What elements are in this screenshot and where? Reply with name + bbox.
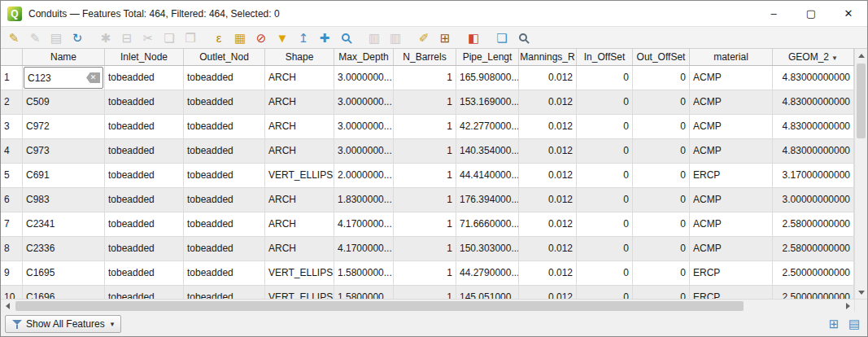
cell-Mannings_R[interactable]: 0.012 [519,261,577,286]
row-number[interactable]: 7 [1,212,23,237]
cell-Mannings_R[interactable]: 0.012 [519,212,577,237]
conditional-formatting-button[interactable]: ◧ [464,28,483,47]
cell-Shape[interactable]: VERT_ELLIPSE [265,261,334,286]
cell-Inlet_Node[interactable]: tobeadded [105,90,184,115]
cell-Name[interactable]: C691 [23,164,105,188]
cell-Pipe_Lengt[interactable]: 42.2770000... [456,115,519,139]
horizontal-scroll-track[interactable] [14,300,841,313]
save-edits-button[interactable]: ▤ [46,28,66,47]
cell-N_Barrels[interactable]: 1 [394,90,456,115]
cell-Mannings_R[interactable]: 0.012 [519,164,577,188]
cell-N_Barrels[interactable]: 1 [394,286,456,299]
cell-Max_Depth[interactable]: 4.1700000... [334,212,394,237]
cell-Out_OffSet[interactable]: 0 [633,164,690,188]
cell-Outlet_Nod[interactable]: tobeadded [184,188,265,212]
cell-GEOM_2[interactable]: 4.83000000000 [773,139,854,164]
cell-Outlet_Nod[interactable]: tobeadded [184,164,265,188]
cell-Out_OffSet[interactable]: 0 [633,212,690,237]
column-header-Pipe_Lengt[interactable]: Pipe_Lengt [456,49,519,65]
cell-material[interactable]: ACMP [690,139,773,164]
cell-Mannings_R[interactable]: 0.012 [519,66,577,90]
column-header-Max_Depth[interactable]: Max_Depth [334,49,394,65]
cell-N_Barrels[interactable]: 1 [394,66,456,90]
cell-Outlet_Nod[interactable]: tobeadded [184,261,265,286]
select-by-expression-button[interactable]: ε [209,28,229,47]
cell-Shape[interactable]: ARCH [265,188,334,212]
scroll-down-icon[interactable] [855,286,867,299]
vertical-scroll-track[interactable] [855,62,867,286]
cell-Shape[interactable]: ARCH [265,90,334,115]
cell-Inlet_Node[interactable]: tobeadded [105,237,184,261]
cell-Name[interactable]: C2341 [23,212,105,237]
cell-N_Barrels[interactable]: 1 [394,164,456,188]
column-header-Inlet_Node[interactable]: Inlet_Node [105,49,184,65]
cell-Max_Depth[interactable]: 1.5800000... [334,261,394,286]
cell-In_OffSet[interactable]: 0 [577,139,633,164]
row-number[interactable]: 5 [1,164,23,188]
cell-Inlet_Node[interactable]: tobeadded [105,115,184,139]
row-number[interactable]: 10 [1,286,23,299]
zoom-to-selection-button[interactable] [336,28,355,47]
cell-Mannings_R[interactable]: 0.012 [519,139,577,164]
cell-GEOM_2[interactable]: 4.83000000000 [773,90,854,115]
move-selection-top-button[interactable]: ↥ [294,28,313,47]
cell-Inlet_Node[interactable]: tobeadded [105,286,184,299]
column-header-Outlet_Nod[interactable]: Outlet_Nod [184,49,265,65]
cell-material[interactable]: ERCP [690,164,773,188]
horizontal-scrollbar[interactable] [1,299,867,312]
row-number[interactable]: 3 [1,115,23,139]
row-number[interactable]: 9 [1,261,23,286]
add-feature-button[interactable]: ✱ [96,28,116,47]
multi-edit-button[interactable]: ✎ [25,28,45,47]
cell-Shape[interactable]: ARCH [265,66,334,90]
delete-field-button[interactable]: ▥ [386,28,405,47]
cell-N_Barrels[interactable]: 1 [394,139,456,164]
cell-Pipe_Lengt[interactable]: 140.354000... [456,139,519,164]
cell-material[interactable]: ACMP [690,66,773,90]
cell-Name[interactable]: C123✕ [23,66,105,90]
search-button[interactable] [513,28,533,47]
toggle-editing-button[interactable]: ✎ [4,28,24,47]
deselect-all-button[interactable]: ⊘ [251,28,271,47]
column-header-Mannings_R[interactable]: Mannings_R [519,49,577,65]
cell-Outlet_Nod[interactable]: tobeadded [184,90,265,115]
cell-Out_OffSet[interactable]: 0 [633,188,690,212]
cell-Name[interactable]: C509 [23,90,105,115]
cell-material[interactable]: ACMP [690,90,773,115]
cell-Inlet_Node[interactable]: tobeadded [105,212,184,237]
cell-GEOM_2[interactable]: 2.50000000000 [773,286,854,299]
cell-Out_OffSet[interactable]: 0 [633,261,690,286]
scroll-left-icon[interactable] [1,300,14,313]
cell-Shape[interactable]: ARCH [265,139,334,164]
column-header-Out_OffSet[interactable]: Out_OffSet [633,49,690,65]
cell-material[interactable]: ACMP [690,237,773,261]
filter-form-button[interactable]: ▼ [273,28,292,47]
row-number[interactable]: 1 [1,66,23,90]
vertical-scroll-thumb[interactable] [857,63,866,138]
cell-Out_OffSet[interactable]: 0 [633,237,690,261]
cell-Name[interactable]: C1696 [23,286,105,299]
table-view-toggle[interactable]: ⊞ [825,315,843,333]
cell-Max_Depth[interactable]: 2.0000000... [334,164,394,188]
cell-Shape[interactable]: ARCH [265,237,334,261]
row-number[interactable]: 8 [1,237,23,261]
cell-material[interactable]: ERCP [690,261,773,286]
row-number[interactable]: 4 [1,139,23,164]
cell-Inlet_Node[interactable]: tobeadded [105,164,184,188]
paste-button[interactable]: ❐ [181,28,200,47]
cell-Max_Depth[interactable]: 3.0000000... [334,115,394,139]
cell-Inlet_Node[interactable]: tobeadded [105,66,184,90]
cell-GEOM_2[interactable]: 4.83000000000 [773,66,854,90]
cell-Mannings_R[interactable]: 0.012 [519,188,577,212]
cell-Inlet_Node[interactable]: tobeadded [105,261,184,286]
cell-Pipe_Lengt[interactable]: 145.051000... [456,286,519,299]
cell-GEOM_2[interactable]: 2.58000000000 [773,212,854,237]
cell-Shape[interactable]: ARCH [265,115,334,139]
pan-to-selection-button[interactable]: ✚ [315,28,334,47]
cell-Outlet_Nod[interactable]: tobeadded [184,139,265,164]
cell-Max_Depth[interactable]: 3.0000000... [334,90,394,115]
cell-In_OffSet[interactable]: 0 [577,164,633,188]
cell-Outlet_Nod[interactable]: tobeadded [184,286,265,299]
cell-material[interactable]: ACMP [690,115,773,139]
cell-material[interactable]: ACMP [690,188,773,212]
